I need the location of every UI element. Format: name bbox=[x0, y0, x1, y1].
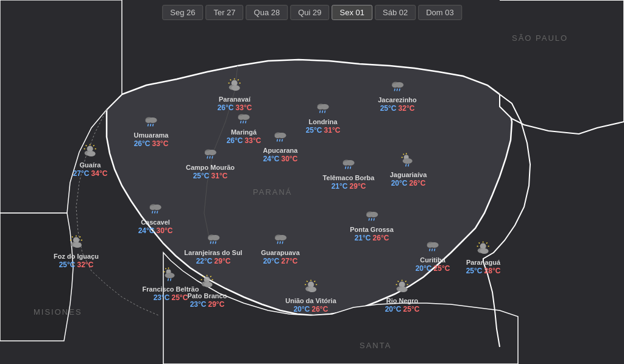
temp-row: 25°C 31°C bbox=[306, 126, 341, 136]
svg-point-41 bbox=[275, 134, 281, 138]
temp-max: 27°C bbox=[282, 257, 298, 265]
city-label-telêmaco-borba: Telêmaco Borba21°C 29°C bbox=[323, 156, 375, 192]
city-name: Maringá bbox=[227, 128, 261, 136]
day-tab-dom-03[interactable]: Dom 03 bbox=[418, 5, 462, 20]
weather-icon-união-da-vitória bbox=[285, 280, 336, 296]
svg-line-90 bbox=[325, 111, 325, 113]
city-label-guaíra: Guaíra27°C 34°C bbox=[73, 144, 108, 179]
temp-min: 21°C bbox=[332, 182, 348, 191]
svg-line-108 bbox=[406, 164, 406, 167]
temp-row: 26°C 33°C bbox=[227, 136, 261, 146]
weather-icon-umuarama bbox=[134, 113, 169, 130]
mato-grosso-path bbox=[0, 0, 122, 213]
svg-line-62 bbox=[215, 242, 216, 244]
svg-line-128 bbox=[430, 249, 430, 251]
svg-line-75 bbox=[171, 279, 171, 281]
svg-line-94 bbox=[394, 89, 395, 91]
temp-min: 25°C bbox=[380, 104, 397, 113]
temp-max: 30°C bbox=[282, 155, 298, 163]
temp-min: 20°C bbox=[263, 257, 280, 265]
svg-line-44 bbox=[282, 139, 283, 142]
weather-icon-laranjeiras-do-sul bbox=[184, 231, 242, 248]
city-name: Jacarezinho bbox=[378, 96, 417, 104]
city-name: Guarapuava bbox=[261, 248, 300, 257]
city-name: União da Vitória bbox=[285, 296, 336, 305]
svg-point-87 bbox=[317, 105, 324, 110]
city-name: Guaíra bbox=[73, 161, 108, 169]
city-name: Campo Mourão bbox=[186, 163, 235, 172]
day-tab-qua-28[interactable]: Qua 28 bbox=[246, 5, 288, 20]
city-label-rio-negro: Rio Negro20°C 25°C bbox=[385, 280, 420, 315]
svg-point-47 bbox=[205, 151, 211, 155]
svg-line-14 bbox=[72, 237, 73, 238]
svg-point-107 bbox=[403, 158, 413, 164]
day-tab-seg-26[interactable]: Seg 26 bbox=[162, 5, 203, 20]
temp-row: 26°C 33°C bbox=[134, 139, 169, 149]
svg-point-148 bbox=[480, 248, 489, 254]
weather-icon-maringá bbox=[227, 110, 261, 127]
city-label-jacarezinho: Jacarezinho25°C 32°C bbox=[378, 78, 417, 114]
temp-max: 32°C bbox=[399, 104, 415, 113]
city-label-jaguariaíva: Jaguariaíva20°C 26°C bbox=[390, 153, 427, 189]
svg-line-89 bbox=[322, 111, 323, 113]
svg-line-15 bbox=[79, 237, 80, 238]
svg-point-32 bbox=[232, 85, 240, 91]
city-name: Curitiba bbox=[416, 256, 450, 264]
weather-icon-londrina bbox=[306, 100, 341, 117]
city-label-laranjeiras-do-sul: Laranjeiras do Sul22°C 29°C bbox=[184, 231, 242, 267]
day-tab-ter-27[interactable]: Ter 27 bbox=[205, 5, 243, 20]
svg-line-29 bbox=[230, 80, 232, 81]
svg-line-88 bbox=[320, 111, 321, 113]
city-label-maringá: Maringá26°C 33°C bbox=[227, 110, 261, 146]
svg-line-49 bbox=[210, 156, 210, 159]
weather-icon-paranavaí bbox=[218, 79, 252, 94]
temp-min: 23°C bbox=[190, 300, 207, 309]
temp-max: 26°C bbox=[410, 179, 426, 187]
temp-min: 21°C bbox=[355, 234, 371, 242]
temp-row: 24°C 30°C bbox=[138, 226, 173, 236]
city-label-união-da-vitória: União da Vitória20°C 26°C bbox=[285, 280, 336, 315]
city-name: Paranavaí bbox=[218, 95, 252, 103]
svg-line-129 bbox=[432, 249, 433, 251]
city-name: Foz do Iguaçu bbox=[54, 252, 99, 261]
temp-max: 29°C bbox=[208, 300, 225, 309]
city-label-curitiba: Curitiba20°C 25°C bbox=[416, 238, 450, 274]
temp-max: 25°C bbox=[172, 293, 188, 302]
day-tab-sex-01[interactable]: Sex 01 bbox=[332, 5, 372, 20]
temp-max: 29°C bbox=[350, 182, 366, 191]
svg-line-42 bbox=[277, 139, 278, 142]
svg-line-36 bbox=[241, 121, 241, 124]
temp-min: 20°C bbox=[385, 305, 402, 313]
svg-point-20 bbox=[146, 119, 152, 123]
day-tab-sáb-02[interactable]: Sáb 02 bbox=[375, 5, 416, 20]
svg-line-106 bbox=[403, 154, 404, 155]
city-label-paranavaí: Paranavaí26°C 33°C bbox=[218, 79, 252, 113]
city-name: Jaguariaíva bbox=[390, 170, 427, 179]
city-name: Laranjeiras do Sul bbox=[184, 248, 242, 257]
temp-min: 24°C bbox=[263, 155, 280, 163]
city-label-umuarama: Umuarama26°C 33°C bbox=[134, 113, 169, 149]
svg-line-30 bbox=[238, 80, 239, 81]
svg-point-65 bbox=[275, 236, 281, 240]
city-name: Londrina bbox=[306, 117, 341, 126]
temp-row: 20°C 26°C bbox=[390, 179, 427, 189]
svg-point-17 bbox=[73, 242, 82, 248]
svg-line-54 bbox=[152, 211, 153, 214]
temp-min: 23°C bbox=[154, 293, 170, 302]
svg-point-59 bbox=[208, 236, 214, 240]
day-tab-qui-29[interactable]: Qui 29 bbox=[290, 5, 329, 20]
city-name: Ponta Grossa bbox=[350, 225, 394, 234]
svg-line-136 bbox=[398, 281, 399, 282]
svg-point-8 bbox=[87, 151, 96, 156]
temp-min: 27°C bbox=[73, 169, 90, 178]
city-name: Paranaguá bbox=[466, 258, 501, 267]
temp-min: 20°C bbox=[391, 179, 408, 187]
svg-line-23 bbox=[153, 124, 154, 127]
svg-line-101 bbox=[348, 167, 349, 169]
temp-min: 26°C bbox=[227, 136, 243, 145]
temp-row: 25°C 32°C bbox=[54, 261, 99, 270]
temp-max: 26°C bbox=[373, 234, 389, 242]
weather-icon-jaguariaíva bbox=[390, 153, 427, 170]
temp-row: 22°C 29°C bbox=[184, 257, 242, 267]
svg-point-124 bbox=[308, 287, 316, 292]
